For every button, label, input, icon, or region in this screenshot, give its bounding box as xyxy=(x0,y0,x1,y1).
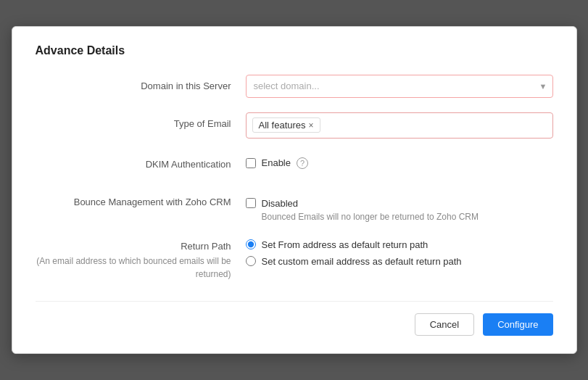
bounce-checkbox-row: Disabled xyxy=(246,194,553,209)
type-of-email-tag-input[interactable]: All features × xyxy=(246,112,553,139)
bounce-checkbox[interactable] xyxy=(246,198,256,208)
type-of-email-row: Type of Email All features × xyxy=(36,112,553,139)
domain-label: Domain in this Server xyxy=(36,75,246,98)
return-path-row: Return Path (An email address to which b… xyxy=(36,236,553,281)
return-path-control: Set From address as default return path … xyxy=(246,236,553,267)
configure-button[interactable]: Configure xyxy=(483,313,552,336)
domain-select[interactable]: select domain... xyxy=(246,75,553,98)
bounce-checkbox-label: Disabled xyxy=(262,198,299,209)
dkim-row: DKIM Authentication Enable ? xyxy=(36,153,553,176)
domain-select-wrapper: select domain... ▼ xyxy=(246,75,553,98)
dialog-footer: Cancel Configure xyxy=(36,301,553,336)
type-of-email-label: Type of Email xyxy=(36,112,246,136)
return-path-radio-2-label: Set custom email address as default retu… xyxy=(262,256,462,267)
dkim-checkbox-label: Enable xyxy=(262,157,291,168)
return-path-radio-1-label: Set From address as default return path xyxy=(262,239,428,250)
return-path-radio-row-2: Set custom email address as default retu… xyxy=(246,256,553,267)
cancel-button[interactable]: Cancel xyxy=(415,313,474,336)
bounce-label: Bounce Management with Zoho CRM xyxy=(36,191,246,214)
dkim-checkbox[interactable] xyxy=(246,158,256,168)
return-path-radio-1[interactable] xyxy=(246,239,256,249)
domain-control: select domain... ▼ xyxy=(246,75,553,98)
bounce-control: Disabled Bounced Emails will no longer b… xyxy=(246,191,553,222)
return-path-radio-group: Set From address as default return path … xyxy=(246,236,553,267)
type-of-email-tag: All features × xyxy=(252,117,320,133)
dkim-control: Enable ? xyxy=(246,153,553,169)
bounce-block: Disabled Bounced Emails will no longer b… xyxy=(246,191,553,222)
advance-details-dialog: Advance Details Domain in this Server se… xyxy=(12,26,577,355)
dkim-label: DKIM Authentication xyxy=(36,153,246,176)
return-path-label-wrapper: Return Path (An email address to which b… xyxy=(36,236,246,281)
bounce-sublabel: Bounced Emails will no longer be returne… xyxy=(262,212,553,222)
bounce-row: Bounce Management with Zoho CRM Disabled… xyxy=(36,191,553,222)
tag-close-icon[interactable]: × xyxy=(309,121,314,130)
dkim-help-icon[interactable]: ? xyxy=(297,157,308,169)
return-path-radio-2[interactable] xyxy=(246,256,256,266)
type-of-email-control: All features × xyxy=(246,112,553,139)
dialog-title: Advance Details xyxy=(36,44,553,57)
return-path-radio-row-1: Set From address as default return path xyxy=(246,239,553,250)
domain-row: Domain in this Server select domain... ▼ xyxy=(36,75,553,98)
return-path-sublabel: (An email address to which bounced email… xyxy=(36,255,231,281)
tag-label: All features xyxy=(259,120,306,131)
dkim-checkbox-row: Enable ? xyxy=(246,153,553,169)
return-path-label: Return Path xyxy=(36,239,231,254)
